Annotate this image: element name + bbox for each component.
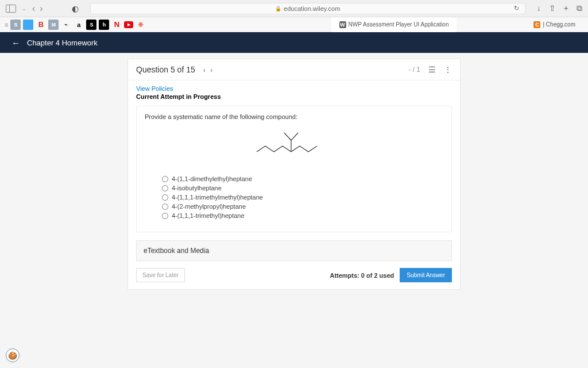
submit-button[interactable]: Submit Answer	[400, 268, 452, 282]
tab-chegg[interactable]: C | Chegg.com	[525, 17, 583, 32]
bookmark-b[interactable]: B	[36, 20, 46, 30]
download-icon[interactable]: ↓	[537, 3, 541, 13]
tab-icon-w: W	[339, 21, 346, 28]
option-label-0: 4-(1,1-dimethylethyl)heptane	[172, 175, 252, 182]
bookmark-a[interactable]: a	[74, 20, 84, 30]
radio-0[interactable]	[162, 176, 168, 182]
radio-3[interactable]	[162, 204, 168, 210]
card-footer: Save for Later Attempts: 0 of 2 used Sub…	[128, 261, 460, 289]
radio-4[interactable]	[162, 213, 168, 219]
question-header: Question 5 of 15 ‹ › - / 1 ☰ ⋮	[128, 59, 460, 80]
tabs-icon[interactable]: ⧉	[577, 3, 582, 13]
molecule-diagram	[145, 126, 443, 160]
tab-icon-c: C	[533, 21, 540, 28]
option-0[interactable]: 4-(1,1-dimethylethyl)heptane	[162, 174, 443, 183]
back-arrow-icon[interactable]: ←	[11, 38, 20, 48]
next-question-icon[interactable]: ›	[210, 66, 212, 74]
attempts-text: Attempts: 0 of 2 used	[330, 272, 394, 279]
etextbook-section[interactable]: eTextbook and Media	[136, 240, 452, 261]
radio-1[interactable]	[162, 185, 168, 191]
bookmark-gear[interactable]: ❋	[136, 20, 146, 30]
url-text: education.wiley.com	[284, 5, 340, 12]
option-label-3: 4-(2-methylpropyl)heptane	[172, 203, 246, 210]
bookmark-youtube[interactable]: ▶	[124, 21, 133, 28]
attempt-status: Current Attempt in Progress	[128, 93, 460, 106]
bookmark-n[interactable]: N	[111, 20, 122, 30]
option-1[interactable]: 4-isobutylheptane	[162, 183, 443, 193]
tab-label-1: | Chegg.com	[543, 21, 575, 28]
tab-group: W NWP Assessment Player UI Application C…	[160, 17, 583, 32]
bookmark-s[interactable]: S	[10, 20, 21, 30]
bookmark-m[interactable]: M	[48, 20, 59, 30]
tab-nwp[interactable]: W NWP Assessment Player UI Application	[331, 17, 457, 32]
sidebar-toggle-icon[interactable]	[6, 5, 16, 13]
question-label: Question 5 of 15	[136, 65, 195, 74]
forward-icon[interactable]: ›	[40, 3, 42, 14]
question-prompt: Provide a systematic name of the followi…	[145, 113, 443, 120]
page-title: Chapter 4 Homework	[27, 39, 98, 47]
question-card: Question 5 of 15 ‹ › - / 1 ☰ ⋮ View Poli…	[127, 59, 461, 290]
options-list: 4-(1,1-dimethylethyl)heptane 4-isobutylh…	[145, 174, 443, 220]
url-bar[interactable]: 🔒 education.wiley.com ↻	[90, 3, 525, 14]
bookmark-squiggle[interactable]: ⌁	[61, 20, 71, 30]
more-icon[interactable]: ⋮	[444, 65, 452, 74]
radio-2[interactable]	[162, 194, 168, 201]
content: Question 5 of 15 ‹ › - / 1 ☰ ⋮ View Poli…	[0, 53, 588, 290]
cookie-icon[interactable]: 🍪	[6, 348, 20, 362]
prev-question-icon[interactable]: ‹	[203, 66, 206, 74]
save-later-button[interactable]: Save for Later	[136, 268, 185, 282]
option-label-4: 4-(1,1,1-trimethyl)heptane	[172, 212, 245, 219]
bookmark-s2[interactable]: S	[86, 20, 96, 30]
plus-icon[interactable]: +	[564, 3, 568, 13]
option-3[interactable]: 4-(2-methylpropyl)heptane	[162, 202, 443, 211]
list-icon[interactable]: ☰	[428, 65, 436, 74]
bookmark-blue[interactable]	[23, 20, 33, 30]
question-body: Provide a systematic name of the followi…	[136, 106, 452, 232]
dropdown-chevron[interactable]: ⌄	[22, 6, 26, 12]
view-policies-link[interactable]: View Policies	[128, 80, 460, 93]
tab-label-0: NWP Assessment Player UI Application	[349, 21, 449, 28]
reload-icon[interactable]: ↻	[514, 5, 519, 12]
bookmark-h[interactable]: h	[99, 20, 109, 30]
option-4[interactable]: 4-(1,1,1-trimethyl)heptane	[162, 211, 443, 220]
option-2[interactable]: 4-(1,1,1-trimethylmethyl)heptane	[162, 193, 443, 202]
score-text: - / 1	[408, 66, 420, 74]
header-bar: ← Chapter 4 Homework	[0, 32, 588, 53]
bookmarks-bar: ≡ S B M ⌁ a S h N ▶ ❋ W NWP Assessment P…	[0, 17, 588, 32]
browser-chrome: ⌄ ‹ › ◐ 🔒 education.wiley.com ↻ ↓ ⇧ + ⧉	[0, 0, 588, 17]
lock-icon: 🔒	[275, 6, 281, 12]
option-label-2: 4-(1,1,1-trimethylmethyl)heptane	[172, 194, 263, 201]
shield-icon[interactable]: ◐	[72, 4, 79, 13]
back-icon[interactable]: ‹	[32, 3, 35, 14]
bookmark-menu-icon[interactable]: ≡	[5, 21, 8, 28]
share-icon[interactable]: ⇧	[549, 3, 556, 13]
option-label-1: 4-isobutylheptane	[172, 185, 222, 191]
